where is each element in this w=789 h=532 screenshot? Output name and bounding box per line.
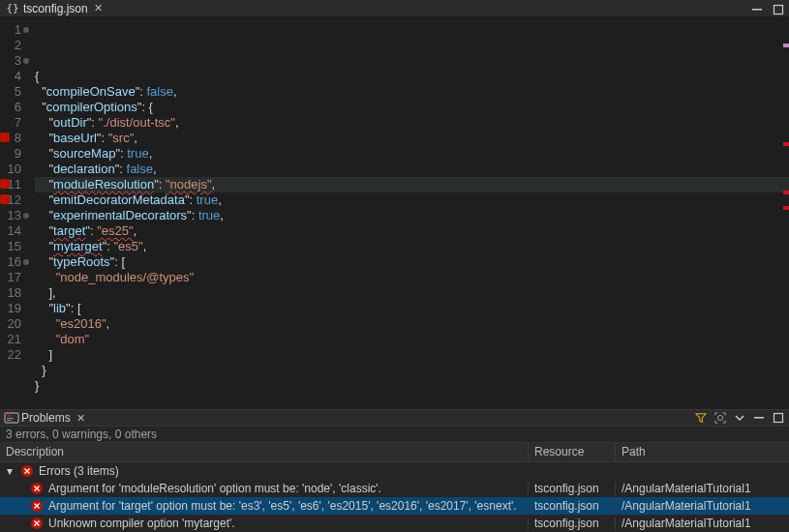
problem-path: /AngularMaterialTutorial1 [615,517,789,530]
problem-resource: tsconfig.json [528,482,615,495]
code-line[interactable]: "compilerOptions": { [35,100,789,115]
line-number: 16 [0,254,27,270]
editor-tab-bar: {} tsconfig.json ✕ [0,0,789,16]
code-line[interactable]: } [35,363,789,378]
svg-rect-1 [774,6,783,15]
code-line[interactable] [35,394,789,409]
code-line[interactable]: "baseUrl": "src", [35,131,789,146]
overview-mark[interactable] [783,142,789,146]
line-number: 19 [0,301,27,316]
line-number: 1 [0,22,27,38]
code-line[interactable]: "mytarget": "es5", [35,239,789,254]
line-number: 13 [0,208,27,223]
maximize-icon[interactable] [772,3,785,16]
problem-resource: tsconfig.json [528,517,615,530]
code-line[interactable]: { [35,69,789,84]
svg-rect-7 [754,417,764,419]
problem-description: Argument for 'target' option must be: 'e… [48,499,517,513]
line-number: 20 [0,316,27,332]
problems-table: Description Resource Path ▾ Errors (3 it… [0,442,789,532]
line-number: 21 [0,332,27,347]
code-content[interactable]: { "compileOnSave": false, "compilerOptio… [29,16,789,409]
col-description[interactable]: Description [0,443,528,461]
overview-mark[interactable] [783,191,789,194]
line-number-gutter: 12345678910111213141516171819202122 [0,16,29,409]
code-line[interactable]: ] [35,347,789,363]
minimize-icon[interactable] [752,411,766,425]
minimize-icon[interactable] [750,3,764,16]
line-number: 12 [0,192,27,208]
code-line[interactable]: "sourceMap": true, [35,146,789,162]
overview-ruler[interactable] [781,16,789,409]
code-line[interactable]: "compileOnSave": false, [35,84,789,100]
code-line[interactable]: } [35,378,789,394]
problems-header-row: Description Resource Path [0,443,789,462]
error-icon [31,517,43,529]
code-line[interactable]: "lib": [ [35,301,789,316]
col-path[interactable]: Path [615,443,789,461]
code-line[interactable]: "moduleResolution": "nodejs", [35,177,789,192]
close-icon[interactable]: ✕ [94,2,103,15]
code-line[interactable]: ], [35,285,789,301]
line-number: 17 [0,270,27,285]
line-number: 5 [0,84,27,100]
line-number: 6 [0,100,27,115]
line-number: 7 [0,115,27,131]
problems-tab-label[interactable]: Problems [21,411,71,425]
code-line[interactable]: "experimentalDecorators": true, [35,208,789,223]
code-line[interactable]: "declaration": false, [35,162,789,177]
editor-tab-label[interactable]: tsconfig.json [23,2,88,15]
code-line[interactable]: "dom" [35,332,789,347]
svg-rect-8 [774,414,783,423]
col-resource[interactable]: Resource [528,443,615,461]
line-number: 14 [0,223,27,239]
line-number: 11 [0,177,27,192]
line-number: 18 [0,285,27,301]
line-number: 22 [0,347,27,363]
error-icon [31,500,43,512]
line-number: 9 [0,146,27,162]
json-file-icon: {} [6,2,19,15]
code-line[interactable]: "emitDecoratorMetadata": true, [35,192,789,208]
problems-tab-bar: Problems ✕ [0,409,789,426]
code-line[interactable]: "outDir": "./dist/out-tsc", [35,115,789,131]
filter-icon[interactable] [694,411,708,425]
expand-twisty-icon[interactable]: ▾ [4,464,15,478]
error-icon [21,465,33,477]
svg-rect-0 [752,9,762,11]
code-line[interactable]: "target": "es25", [35,223,789,239]
problems-view-icon [4,410,19,426]
line-number: 8 [0,131,27,146]
errors-group-row[interactable]: ▾ Errors (3 items) [0,462,789,480]
problem-description: Unknown compiler option 'mytarget'. [48,517,235,530]
code-line[interactable]: "typeRoots": [ [35,254,789,270]
errors-group-label: Errors (3 items) [39,464,119,478]
line-number: 2 [0,38,27,53]
overview-mark[interactable] [783,44,789,47]
line-number: 10 [0,162,27,177]
problem-resource: tsconfig.json [528,499,615,513]
svg-point-6 [717,415,722,420]
problem-row[interactable]: Argument for 'moduleResolution' option m… [0,480,789,497]
line-number: 15 [0,239,27,254]
problem-path: /AngularMaterialTutorial1 [615,482,789,495]
code-line[interactable]: "es2016", [35,316,789,332]
svg-rect-3 [7,415,11,417]
line-number: 3 [0,53,27,69]
code-editor[interactable]: 12345678910111213141516171819202122 { "c… [0,16,789,409]
problem-row[interactable]: Unknown compiler option 'mytarget'.tscon… [0,515,789,532]
chevron-down-icon[interactable] [733,411,746,425]
svg-rect-5 [7,420,12,421]
problems-summary: 3 errors, 0 warnings, 0 others [0,426,789,442]
problem-row[interactable]: Argument for 'target' option must be: 'e… [0,497,789,515]
code-line[interactable]: "node_modules/@types" [35,270,789,285]
problem-description: Argument for 'moduleResolution' option m… [48,482,381,495]
problem-path: /AngularMaterialTutorial1 [615,499,789,513]
svg-rect-4 [7,418,14,419]
maximize-icon[interactable] [772,411,785,425]
line-number: 4 [0,69,27,84]
error-icon [31,483,43,494]
overview-mark[interactable] [783,206,789,210]
focus-icon[interactable] [713,411,727,425]
close-icon[interactable]: ✕ [76,412,85,425]
